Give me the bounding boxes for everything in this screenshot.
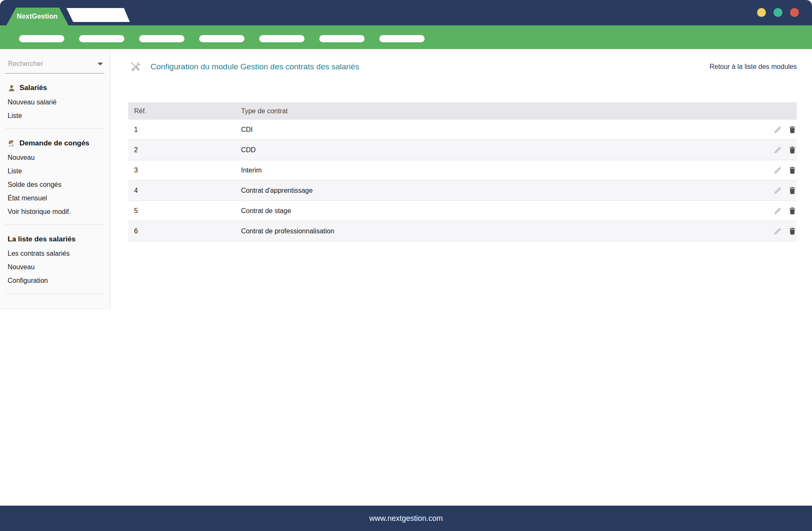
edit-row-button[interactable] (773, 125, 782, 134)
sidebar-item[interactable]: Les contrats salariés (0, 247, 110, 260)
delete-row-button[interactable] (788, 166, 797, 175)
actions-cell (746, 140, 797, 160)
type-cell: Contrat d'apprentissage (235, 181, 746, 201)
sidebar-sections: SalariésNouveau salariéListeDemande de c… (0, 84, 110, 294)
search-placeholder: Rechercher (8, 60, 43, 68)
sidebar-section-label: La liste des salariés (8, 235, 76, 244)
table-row: 1CDI (128, 120, 797, 140)
nav-pill-6[interactable] (319, 35, 365, 42)
sidebar-item[interactable]: État mensuel (0, 192, 110, 205)
type-cell: Interim (235, 160, 746, 181)
ref-cell: 1 (128, 120, 235, 140)
page-title: Configuration du module Gestion des cont… (151, 62, 359, 71)
edit-row-button[interactable] (773, 165, 782, 175)
nav-pill-4[interactable] (199, 35, 244, 42)
sidebar: Rechercher SalariésNouveau salariéListeD… (0, 49, 110, 309)
delete-row-button[interactable] (788, 186, 797, 195)
brand-name: NextGestion (17, 13, 58, 20)
sidebar-section-label: Demande de congés (19, 139, 89, 148)
sidebar-item[interactable]: Solde des congés (0, 178, 110, 192)
edit-row-button[interactable] (773, 186, 782, 195)
edit-row-button[interactable] (773, 145, 782, 155)
umbrella-icon (8, 140, 15, 147)
contracts-table: Réf. Type de contrat 1CDI2CDD3Interim4Co… (128, 102, 797, 241)
window-controls (757, 8, 799, 17)
inactive-tab-placeholder[interactable] (66, 8, 130, 22)
title-row: Configuration du module Gestion des cont… (128, 59, 797, 74)
actions-cell (746, 120, 797, 140)
table-row: 6Contrat de professionnalisation (128, 221, 797, 241)
sidebar-item[interactable]: Liste (0, 109, 110, 123)
table-row: 4Contrat d'apprentissage (128, 181, 797, 201)
delete-row-button[interactable] (788, 206, 797, 215)
sidebar-item[interactable]: Nouveau (0, 260, 110, 274)
type-cell: CDD (235, 140, 746, 160)
delete-row-button[interactable] (788, 145, 797, 154)
sidebar-section-title: Demande de congés (8, 139, 102, 148)
table-row: 2CDD (128, 140, 797, 160)
ref-cell: 2 (128, 140, 235, 160)
sidebar-item[interactable]: Nouveau (0, 151, 110, 164)
minimize-dot[interactable] (757, 8, 766, 17)
type-cell: Contrat de stage (235, 201, 746, 221)
type-cell: CDI (235, 120, 746, 140)
sidebar-divider (5, 129, 104, 129)
page: NextGestion Rechercher SalariésNouveau s… (0, 0, 812, 531)
sidebar-item[interactable]: Nouveau salarié (0, 96, 110, 109)
primary-nav (0, 25, 812, 49)
sidebar-section-title: La liste des salariés (8, 235, 102, 244)
nav-pill-3[interactable] (139, 35, 184, 42)
edit-row-button[interactable] (773, 226, 782, 236)
type-cell: Contrat de professionnalisation (235, 221, 746, 241)
sidebar-divider (5, 224, 104, 225)
chevron-down-icon (98, 63, 103, 66)
table-row: 3Interim (128, 160, 797, 181)
nav-pill-7[interactable] (379, 35, 425, 42)
ref-cell: 4 (128, 181, 235, 201)
back-to-modules-link[interactable]: Retour à la liste des modules (710, 63, 797, 71)
ref-cell: 5 (128, 201, 235, 221)
sidebar-item[interactable]: Configuration (0, 274, 110, 287)
ref-cell: 3 (128, 160, 235, 181)
tools-icon (128, 59, 143, 74)
actions-cell (746, 181, 797, 201)
person-icon (8, 84, 15, 92)
maximize-dot[interactable] (774, 8, 782, 17)
search-select[interactable]: Rechercher (5, 60, 104, 74)
actions-cell (746, 201, 797, 221)
ref-cell: 6 (128, 221, 235, 241)
table-header-row: Réf. Type de contrat (128, 102, 797, 120)
col-header-actions (746, 102, 797, 120)
close-dot[interactable] (790, 8, 799, 17)
footer-bar: www.nextgestion.com (0, 506, 812, 531)
table-body: 1CDI2CDD3Interim4Contrat d'apprentissage… (128, 120, 797, 241)
actions-cell (746, 160, 797, 181)
delete-row-button[interactable] (788, 227, 797, 235)
edit-row-button[interactable] (773, 206, 782, 216)
nav-pill-5[interactable] (259, 35, 304, 42)
col-header-type: Type de contrat (235, 102, 746, 120)
actions-cell (746, 221, 797, 241)
main-content: Configuration du module Gestion des cont… (110, 49, 812, 241)
sidebar-section-title: Salariés (8, 84, 102, 92)
sidebar-section-label: Salariés (19, 84, 47, 92)
col-header-ref: Réf. (128, 102, 235, 120)
brand-tab[interactable]: NextGestion (6, 8, 69, 25)
table-row: 5Contrat de stage (128, 201, 797, 221)
sidebar-item[interactable]: Voir historique modif. (0, 205, 110, 219)
sidebar-divider (5, 293, 104, 294)
top-bar: NextGestion (0, 0, 812, 25)
sidebar-item[interactable]: Liste (0, 164, 110, 178)
delete-row-button[interactable] (788, 125, 797, 134)
nav-pill-2[interactable] (79, 35, 124, 42)
nav-pill-1[interactable] (19, 35, 64, 42)
footer-url: www.nextgestion.com (369, 514, 443, 523)
